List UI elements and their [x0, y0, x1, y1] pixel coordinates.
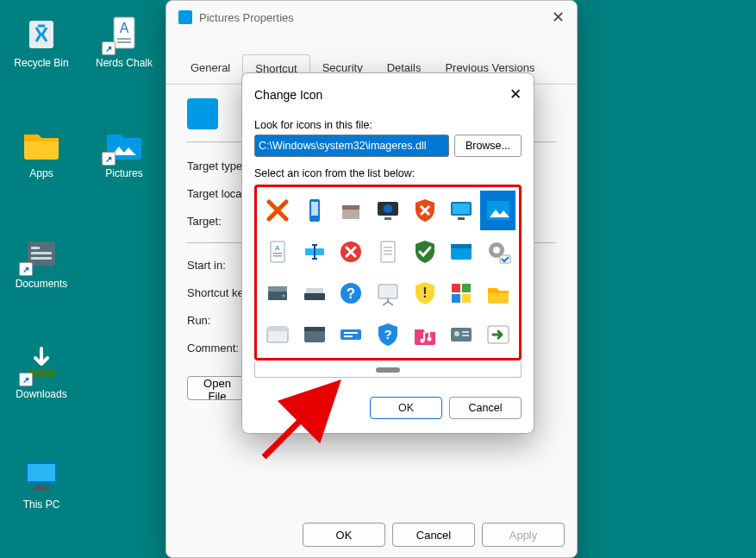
desktop-icon-apps[interactable]: Apps	[7, 122, 76, 179]
icon-option-gear-check[interactable]	[480, 232, 515, 272]
desktop-icon-this-pc[interactable]: This PC	[7, 454, 76, 511]
icon-option-window-light[interactable]	[260, 315, 296, 354]
icon-option-circle-question-blue[interactable]: ?	[334, 273, 369, 313]
run-box-icon	[337, 321, 365, 348]
svg-rect-22	[453, 204, 470, 214]
icon-scrollbar[interactable]	[254, 362, 522, 378]
x-orange-icon	[264, 197, 291, 224]
svg-rect-9	[33, 488, 50, 491]
icon-option-shield-green[interactable]	[407, 232, 442, 272]
svg-rect-2	[31, 247, 40, 249]
icon-option-contact-card[interactable]	[444, 315, 479, 354]
close-button[interactable]: ✕	[552, 8, 565, 27]
svg-rect-63	[462, 331, 469, 333]
shield-warning-icon: !	[411, 279, 439, 307]
picture-icon	[484, 197, 512, 224]
shortcut-large-icon	[187, 98, 218, 129]
icon-option-document-text[interactable]: A	[260, 232, 296, 272]
browse-button[interactable]: Browse...	[454, 135, 522, 157]
svg-rect-41	[268, 286, 287, 292]
svg-rect-64	[462, 335, 469, 336]
svg-text:A: A	[275, 244, 280, 252]
shortcut-arrow-icon: ↗	[19, 373, 33, 386]
svg-rect-31	[381, 241, 395, 262]
svg-rect-44	[306, 288, 323, 293]
svg-rect-27	[273, 253, 282, 254]
desktop-icon-label: Recycle Bin	[14, 57, 68, 69]
icon-option-drive[interactable]	[260, 273, 296, 313]
icon-option-monitor-blue[interactable]	[444, 191, 479, 230]
shield-question-blue-icon: ?	[374, 321, 402, 348]
desktop-icon-pictures[interactable]: ↗ Pictures	[90, 122, 159, 179]
svg-rect-47	[378, 285, 397, 298]
close-icon[interactable]: ✕	[509, 85, 522, 103]
cancel-button[interactable]: Cancel	[392, 523, 475, 547]
svg-rect-52	[462, 294, 471, 303]
icon-option-document[interactable]	[371, 232, 406, 272]
svg-rect-50	[462, 284, 471, 292]
icon-option-window-dark[interactable]	[297, 315, 333, 354]
desktop-icon-label: Pictures	[105, 167, 142, 179]
dialog-title: Change Icon	[254, 88, 322, 102]
dialog-ok-button[interactable]: OK	[370, 397, 442, 419]
icon-option-desktop-blue[interactable]	[444, 232, 479, 272]
icon-option-blocks-color[interactable]	[444, 273, 479, 313]
icon-option-run-box[interactable]	[334, 315, 369, 354]
window-light-icon	[264, 321, 291, 348]
icon-option-package-box[interactable]	[334, 191, 369, 230]
icon-option-rename-cursor[interactable]	[297, 232, 333, 272]
open-file-location-button[interactable]: Open File Location	[187, 376, 247, 400]
package-box-icon	[337, 197, 365, 224]
scanner-icon	[301, 279, 328, 307]
icon-option-scanner[interactable]	[297, 273, 333, 313]
dialog-cancel-button[interactable]: Cancel	[449, 397, 522, 419]
shortcut-arrow-icon: ↗	[19, 262, 33, 276]
contact-card-icon	[447, 321, 475, 348]
icon-option-folder-yellow[interactable]	[480, 273, 515, 313]
svg-rect-36	[451, 244, 472, 248]
shortcut-arrow-icon: ↗	[102, 152, 116, 166]
icon-option-phone-blue[interactable]	[297, 191, 333, 230]
ok-button[interactable]: OK	[303, 523, 385, 547]
icon-option-x-orange[interactable]	[260, 191, 296, 230]
icon-option-monitor-moon[interactable]	[371, 191, 406, 230]
desktop-icon-label: Documents	[16, 278, 68, 290]
desktop-icon-label: Nerds Chalk	[96, 57, 153, 69]
svg-point-42	[283, 295, 285, 298]
icon-grid[interactable]: A?!?	[260, 191, 515, 354]
titlebar[interactable]: Pictures Properties ✕	[166, 1, 577, 34]
monitor-moon-icon	[374, 197, 402, 224]
svg-rect-12	[117, 38, 131, 40]
icon-option-presentation-screen[interactable]	[371, 273, 406, 313]
svg-point-38	[493, 247, 500, 254]
folder-icon	[21, 122, 62, 164]
icon-option-circle-x-red[interactable]	[334, 232, 369, 272]
svg-rect-3	[31, 252, 52, 254]
document-icon	[374, 238, 402, 266]
desktop-icon-recycle-bin[interactable]: Recycle Bin	[7, 12, 76, 69]
gear-check-icon	[484, 238, 512, 266]
svg-text:?: ?	[384, 327, 391, 342]
icon-option-picture[interactable]	[480, 191, 515, 230]
icon-option-shield-warning[interactable]: !	[407, 273, 442, 313]
window-title: Pictures Properties	[199, 11, 294, 24]
icon-option-arrow-right-green[interactable]	[480, 315, 515, 354]
scrollbar-thumb[interactable]	[376, 367, 400, 373]
blocks-color-icon	[447, 279, 475, 307]
svg-rect-23	[458, 217, 465, 220]
tab-general[interactable]: General	[178, 54, 242, 84]
desktop-icon-nerds-chalk[interactable]: A↗ Nerds Chalk	[90, 12, 159, 69]
svg-rect-33	[384, 250, 392, 252]
svg-rect-15	[311, 202, 318, 216]
icon-path-input[interactable]	[254, 135, 449, 157]
desktop-icon-downloads[interactable]: ↗ Downloads	[7, 343, 76, 400]
svg-rect-43	[304, 293, 325, 300]
properties-footer: OK Cancel Apply	[303, 523, 565, 547]
this-pc-icon	[21, 454, 62, 495]
apply-button[interactable]: Apply	[482, 523, 565, 547]
desktop-icon-documents[interactable]: ↗ Documents	[7, 233, 76, 290]
icon-option-shield-question-blue[interactable]: ?	[371, 315, 406, 354]
icon-option-music-folder[interactable]	[407, 315, 442, 354]
change-icon-dialog: Change Icon ✕ Look for icons in this fil…	[241, 72, 534, 434]
icon-option-shield-orange[interactable]	[407, 191, 442, 230]
